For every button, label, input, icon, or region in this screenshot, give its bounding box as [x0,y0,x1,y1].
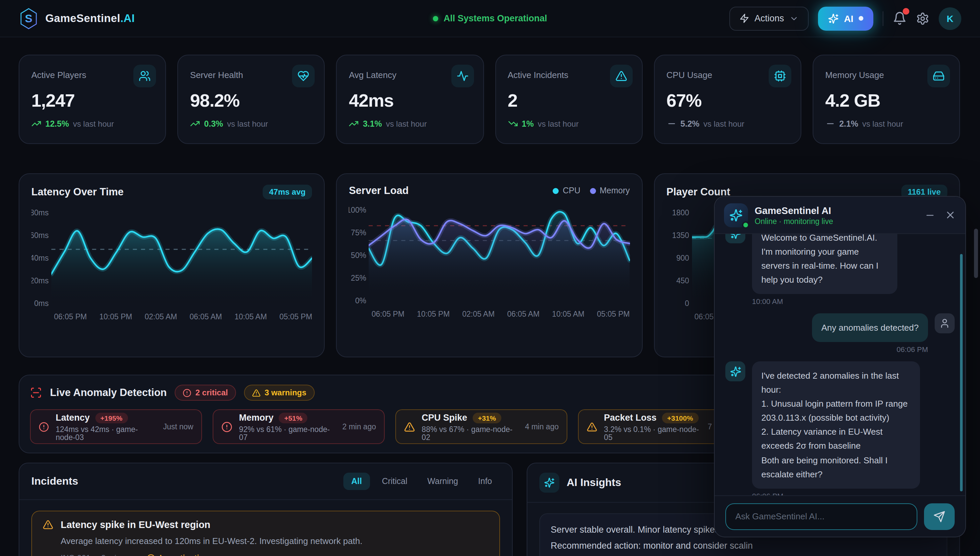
user-message-avatar [935,314,955,333]
alert-circle-icon [39,421,49,432]
latency-line-chart[interactable] [51,208,312,307]
stat-value: 4.2 GB [825,91,947,112]
ai-message-avatar [725,234,745,243]
alert-triangle-icon [610,65,632,87]
ai-message-avatar [725,361,745,381]
pct-badge: +195% [95,412,128,423]
stat-card-active-incidents: Active Incidents 2 1%vs last hour [495,55,643,144]
latency-avg-badge: 47ms avg [262,185,312,199]
chat-header: GameSentinel AI Online · monitoring live [715,197,965,234]
svg-text:S: S [25,12,32,24]
message-time: 06:06 PM [725,345,928,353]
nav-right-cluster: Actions AI K [729,6,961,30]
chart-title: Server Load [349,185,408,197]
anomaly-time: 2 min ago [342,423,376,431]
chat-message-user: Any anomalies detected? [725,314,955,342]
cpu-legend-dot-icon [553,187,559,194]
stat-value: 98.2% [190,91,312,112]
actions-button[interactable]: Actions [729,6,809,30]
chat-scrollbar[interactable] [960,254,963,491]
anomaly-card-latency[interactable]: Latency+195% 124ms vs 42ms · game-node-0… [30,409,202,444]
close-button[interactable] [944,209,956,221]
y-tick-label: 75% [351,229,366,237]
tab-warning[interactable]: Warning [419,473,466,490]
trending-down-icon [508,119,518,129]
anomaly-time: Just now [163,423,193,431]
stat-delta: 1%vs last hour [508,119,630,129]
user-avatar[interactable]: K [939,7,961,30]
legend-cpu: CPU [553,186,580,196]
server-load-line-chart[interactable] [369,206,630,305]
zap-icon [739,13,749,23]
tab-info[interactable]: Info [470,473,500,490]
pct-badge: +3100% [662,412,698,423]
alert-triangle-icon [252,388,261,397]
alert-triangle-icon [43,519,53,530]
minimize-button[interactable] [925,210,935,220]
incident-title: Latency spike in EU-West region [61,519,210,530]
x-tick-label: 10:05 AM [552,310,584,318]
stats-row: Active Players 1,247 12.5%vs last hour S… [19,55,960,144]
brand-title: GameSentinel.AI [45,12,135,25]
anomaly-time: 4 min ago [525,423,559,431]
page-scrollbar[interactable] [974,229,978,278]
notification-dot [903,8,909,15]
y-tick-label: 1800 [672,208,689,217]
warning-count-badge: 3 warnings [244,385,314,401]
anomaly-meta: 124ms vs 42ms · game-node-03 [56,425,156,441]
settings-button[interactable] [916,12,929,25]
incidents-title: Incidents [31,475,78,487]
chat-messages[interactable]: Welcome to GameSentinel.AI. I'm monitori… [715,234,965,495]
y-tick-label: 100% [349,206,366,214]
person-icon [939,318,950,329]
stat-card-memory-usage: Memory Usage 4.2 GB 2.1%vs last hour [813,55,960,144]
stat-card-active-players: Active Players 1,247 12.5%vs last hour [19,55,166,144]
nav-divider [883,11,883,26]
x-tick-label: 02:05 AM [462,310,495,318]
x-tick-label: 06:05 PM [54,313,87,321]
heart-pulse-icon [292,65,315,87]
tab-all[interactable]: All [343,473,370,490]
anomaly-card-memory[interactable]: Memory+51% 92% vs 61% · game-node-07 2 m… [213,409,385,444]
alert-circle-icon [221,421,232,432]
y-tick-label: 900 [676,254,689,262]
y-tick-label: 50% [351,251,366,259]
chat-message-ai: I've detected 2 anomalies in the last ho… [725,361,955,488]
y-tick-label: 0 [685,299,689,307]
chat-title: GameSentinel AI [755,205,833,216]
tab-critical[interactable]: Critical [374,473,415,490]
y-tick-label: 25% [351,274,366,282]
x-tick-label: 10:05 PM [99,313,132,321]
send-button[interactable] [924,503,955,530]
chart-title: Player Count [666,186,730,198]
y-tick-label: 1350 [672,231,689,239]
incident-description: Average latency increased to 120ms in EU… [43,536,489,546]
minus-icon [925,210,935,220]
brand-logo-icon: S [19,7,39,30]
y-tick-label: 0ms [34,299,48,307]
anomaly-card-cpu-spike[interactable]: CPU Spike+31% 88% vs 67% · game-node-02 … [396,409,567,444]
incident-item[interactable]: Latency spike in EU-West region Average … [31,511,500,556]
x-axis-labels: 06:05 PM10:05 PM02:05 AM06:05 AM10:05 AM… [372,310,630,318]
alert-triangle-icon [404,421,415,432]
y-tick-label: 450 [676,277,689,284]
trending-up-icon [190,119,200,129]
brand-suffix: .AI [120,12,135,24]
x-tick-label: 05:05 PM [279,313,312,321]
ai-assistant-button[interactable]: AI [818,6,873,30]
sparkles-icon [730,366,741,377]
incident-status: Investigating [147,553,209,556]
alert-triangle-icon [587,421,597,432]
notifications-button[interactable] [893,11,907,25]
stat-value: 42ms [349,91,471,112]
memory-legend-dot-icon [590,187,596,194]
chat-input[interactable] [725,503,917,530]
y-tick-label: 80ms [31,208,48,217]
pct-badge: +51% [279,412,308,423]
stat-value: 2 [508,91,630,112]
online-dot-icon [742,221,749,228]
pct-badge: +31% [473,412,501,423]
latency-chart-card: Latency Over Time 47ms avg 80ms60ms40ms2… [19,173,325,357]
minus-icon [825,119,835,129]
sparkles-icon [539,473,559,493]
